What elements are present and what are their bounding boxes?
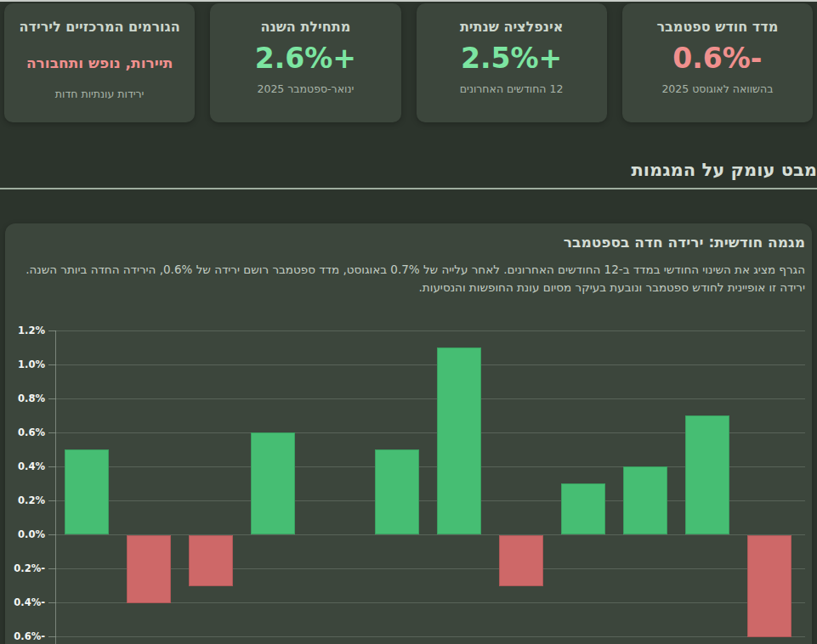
stat-card-title: הגורמים המרכזיים לירידה <box>13 19 186 35</box>
y-axis-tick <box>48 534 55 535</box>
y-axis-label: 0.8% <box>12 392 45 405</box>
stat-card-main-decline-factors: הגורמים המרכזיים לירידה תיירות, נופש ותח… <box>4 3 195 122</box>
y-axis-tick <box>48 636 55 637</box>
gridline <box>55 398 805 399</box>
monthly-trend-card: מגמה חודשית: ירידה חדה בספטמבר הגרף מציג… <box>5 223 812 644</box>
y-axis-tick <box>48 364 55 365</box>
y-axis-label: -0.2% <box>12 562 45 575</box>
stat-card-value: +2.6% <box>218 44 392 74</box>
monthly-change-bar-chart: 1.2%1.0%0.8%0.6%0.4%0.2%0.0%-0.2%-0.4%-0… <box>12 325 805 644</box>
bar-month-9 <box>561 483 605 534</box>
stat-value-text: +2.5% <box>461 42 562 75</box>
stat-value-text: -0.6% <box>672 42 762 75</box>
bar-month-3 <box>189 535 233 586</box>
y-axis-label: 0.0% <box>12 528 45 541</box>
stat-card-title: מתחילת השנה <box>218 19 392 35</box>
stat-value-text: +2.6% <box>255 42 356 75</box>
trend-card-title: מגמה חודשית: ירידה חדה בספטמבר <box>12 234 805 251</box>
bar-month-12 <box>747 535 791 637</box>
stat-card-subtitle: ירידות עונתיות חדות <box>13 88 186 100</box>
stat-card-title: מדד חודש ספטמבר <box>631 19 804 35</box>
stat-card-subtitle: 12 החודשים האחרונים <box>425 82 599 95</box>
gridline <box>55 636 805 637</box>
stat-card-year-to-date: מתחילת השנה +2.6% ינואר-ספטמבר 2025 <box>210 3 400 122</box>
stat-card-value: +2.5% <box>425 44 599 74</box>
stat-card-subtitle: בהשוואה לאוגוסט 2025 <box>631 82 804 95</box>
bar-month-11 <box>685 415 729 534</box>
bar-month-10 <box>623 466 667 534</box>
gridline <box>55 330 805 331</box>
y-axis-label: 0.4% <box>12 460 45 473</box>
stat-card-value: תיירות, נופש ותחבורה <box>13 54 186 72</box>
bar-month-2 <box>127 535 171 603</box>
stat-value-text: תיירות, נופש ותחבורה <box>26 54 173 71</box>
y-axis-label: -0.6% <box>12 630 45 643</box>
y-axis-tick <box>48 602 55 603</box>
y-axis-line <box>55 330 56 644</box>
y-axis-tick <box>48 330 55 331</box>
gridline <box>55 364 805 365</box>
bar-month-8 <box>499 535 543 586</box>
y-axis-label: 0.2% <box>12 494 45 507</box>
stat-card-title: אינפלציה שנתית <box>425 19 599 35</box>
stat-card-september-index: מדד חודש ספטמבר -0.6% בהשוואה לאוגוסט 20… <box>622 3 813 122</box>
y-axis-label: -0.4% <box>12 596 45 609</box>
section-heading-trends: מבט עומק על המגמות <box>0 160 817 180</box>
bar-month-6 <box>375 449 419 534</box>
y-axis-label: 1.2% <box>12 324 45 337</box>
y-axis-tick <box>48 398 55 399</box>
y-axis-label: 1.0% <box>12 358 45 371</box>
bar-month-4 <box>251 432 295 534</box>
y-axis-tick <box>48 568 55 569</box>
bar-month-1 <box>65 449 109 534</box>
stat-cards-row: מדד חודש ספטמבר -0.6% בהשוואה לאוגוסט 20… <box>0 2 817 122</box>
y-axis-label: 0.6% <box>12 426 45 439</box>
stat-card-value: -0.6% <box>631 44 804 74</box>
trend-card-description: הגרף מציג את השינוי החודשי במדד ב-12 החו… <box>12 261 805 297</box>
section-divider: מבט עומק על המגמות <box>0 160 817 189</box>
stat-card-annual-inflation: אינפלציה שנתית +2.5% 12 החודשים האחרונים <box>417 3 607 122</box>
y-axis-tick <box>48 500 55 501</box>
y-axis-tick <box>48 432 55 433</box>
y-axis-tick <box>48 466 55 467</box>
bar-month-7 <box>437 347 481 534</box>
stat-card-subtitle: ינואר-ספטמבר 2025 <box>218 82 392 95</box>
